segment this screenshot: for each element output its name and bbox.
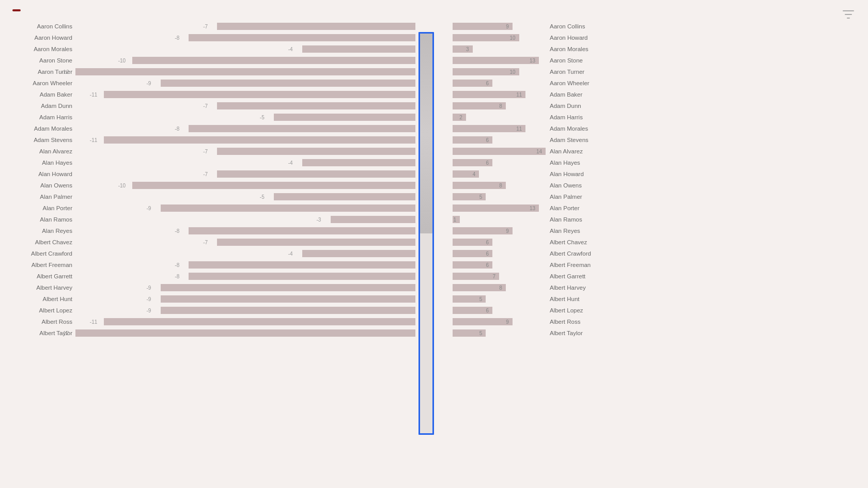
right-broker-label: Aaron Collins xyxy=(546,21,628,32)
right-bar-row: 14 xyxy=(453,146,546,157)
right-broker-label: Aaron Howard xyxy=(546,32,628,43)
right-broker-label: Adam Baker xyxy=(546,89,628,100)
right-broker-label: Aaron Stone xyxy=(546,55,628,66)
right-broker-label: Albert Harvey xyxy=(546,282,628,293)
right-broker-label: Albert Freeman xyxy=(546,259,628,271)
right-bar-row: 5 xyxy=(453,327,546,339)
left-bar-row: -7 xyxy=(75,237,415,248)
right-broker-label: Albert Garrett xyxy=(546,271,628,282)
right-broker-names: Aaron CollinsAaron HowardAaron MoralesAa… xyxy=(546,21,628,450)
left-bar-row: -4 xyxy=(75,248,415,259)
left-broker-label: Adam Dunn xyxy=(41,100,75,112)
right-broker-label: Albert Crawford xyxy=(546,248,628,259)
right-bar-row: 6 xyxy=(453,305,546,316)
right-bar-row: 1 xyxy=(453,214,546,225)
left-broker-label: Albert Chavez xyxy=(35,237,75,248)
left-bar-row: -8 xyxy=(75,123,415,134)
right-broker-label: Albert Chavez xyxy=(546,237,628,248)
left-bar-row: -4 xyxy=(75,157,415,168)
left-broker-label: Alan Owens xyxy=(40,180,75,191)
right-bar-row: 8 xyxy=(453,282,546,293)
right-chart-body: 91031310611821161464851319666785695 Aaro… xyxy=(453,21,860,450)
left-bar-row: -9 xyxy=(75,293,415,305)
left-bar-row: -4 xyxy=(75,43,415,55)
left-bar-row: -5 xyxy=(75,191,415,202)
right-bar-row: 13 xyxy=(453,55,546,66)
right-bar-row: 9 xyxy=(453,21,546,32)
right-bar-row: 3 xyxy=(453,43,546,55)
left-bar-row: -9 xyxy=(75,77,415,89)
right-broker-label: Alan Ramos xyxy=(546,214,628,225)
left-bar-row: -8 xyxy=(75,271,415,282)
left-broker-label: Adam Morales xyxy=(34,123,75,134)
right-bar-row: 6 xyxy=(453,259,546,271)
left-bars-col: -7-8-4-10-12-9-11-7-5-8-11-7-4-7-10-5-9-… xyxy=(75,21,415,450)
left-bar-row: -8 xyxy=(75,225,415,237)
left-bar-row: -12 xyxy=(75,66,415,77)
left-bar-row: -11 xyxy=(75,134,415,146)
right-broker-label: Aaron Morales xyxy=(546,43,628,55)
right-bar-row: 11 xyxy=(453,89,546,100)
left-bar-row: -8 xyxy=(75,32,415,43)
right-bar-row: 4 xyxy=(453,168,546,180)
left-broker-label: Aaron Howard xyxy=(34,32,75,43)
right-broker-label: Adam Dunn xyxy=(546,100,628,112)
right-broker-label: Alan Alvarez xyxy=(546,146,628,157)
filter-icon[interactable] xyxy=(841,7,856,24)
right-broker-label: Albert Ross xyxy=(546,316,628,327)
right-bar-row: 8 xyxy=(453,100,546,112)
right-bar-row: 5 xyxy=(453,191,546,202)
left-bar-row: -11 xyxy=(75,316,415,327)
left-broker-label: Aaron Collins xyxy=(37,21,75,32)
right-broker-label: Alan Howard xyxy=(546,168,628,180)
right-bar-row: 10 xyxy=(453,66,546,77)
left-broker-label: Aaron Stone xyxy=(39,55,75,66)
right-broker-label: Adam Stevens xyxy=(546,134,628,146)
left-broker-label: Albert Crawford xyxy=(31,248,75,259)
left-broker-label: Aaron Morales xyxy=(34,43,75,55)
right-bar-row: 2 xyxy=(453,112,546,123)
left-bar-row: -11 xyxy=(75,89,415,100)
left-broker-label: Albert Hunt xyxy=(42,293,75,305)
right-broker-label: Alan Hayes xyxy=(546,157,628,168)
left-bar-row: -10 xyxy=(75,55,415,66)
right-bar-row: 6 xyxy=(453,134,546,146)
left-bar-row: -9 xyxy=(75,202,415,214)
left-broker-label: Adam Baker xyxy=(40,89,75,100)
right-broker-label: Alan Porter xyxy=(546,202,628,214)
left-bar-row: -9 xyxy=(75,282,415,293)
left-bar-row: -7 xyxy=(75,168,415,180)
center-scrollbar[interactable] xyxy=(419,32,434,435)
right-bars-col: 91031310611821161464851319666785695 xyxy=(453,21,546,450)
left-broker-label: Adam Stevens xyxy=(34,134,75,146)
left-broker-label: Aaron Wheeler xyxy=(33,77,75,89)
left-bar-row: -5 xyxy=(75,112,415,123)
left-broker-names: Aaron CollinsAaron HowardAaron MoralesAa… xyxy=(8,21,75,450)
left-bar-row: -7 xyxy=(75,100,415,112)
right-bar-row: 6 xyxy=(453,77,546,89)
right-bar-row: 10 xyxy=(453,32,546,43)
left-broker-label: Albert Garrett xyxy=(37,271,75,282)
right-broker-label: Alan Owens xyxy=(546,180,628,191)
left-broker-label: Alan Alvarez xyxy=(39,146,75,157)
left-broker-label: Alan Palmer xyxy=(40,191,75,202)
left-broker-label: Albert Harvey xyxy=(36,282,75,293)
right-bar-row: 11 xyxy=(453,123,546,134)
left-broker-label: Adam Harris xyxy=(39,112,75,123)
left-broker-label: Alan Hayes xyxy=(42,157,75,168)
right-broker-label: Adam Morales xyxy=(546,123,628,134)
left-chart-section: Aaron CollinsAaron HowardAaron MoralesAa… xyxy=(8,17,415,450)
right-bar-row: 9 xyxy=(453,225,546,237)
right-bar-row: 6 xyxy=(453,237,546,248)
right-broker-label: Aaron Wheeler xyxy=(546,77,628,89)
right-broker-label: Alan Reyes xyxy=(546,225,628,237)
left-bar-row: -9 xyxy=(75,305,415,316)
page-header xyxy=(0,0,868,17)
left-broker-label: Albert Ross xyxy=(42,316,75,327)
right-bar-row: 9 xyxy=(453,316,546,327)
right-broker-label: Albert Hunt xyxy=(546,293,628,305)
left-chart-body: Aaron CollinsAaron HowardAaron MoralesAa… xyxy=(8,21,415,450)
right-broker-label: Albert Lopez xyxy=(546,305,628,316)
right-chart-section: 91031310611821161464851319666785695 Aaro… xyxy=(453,17,860,450)
right-bar-row: 13 xyxy=(453,202,546,214)
